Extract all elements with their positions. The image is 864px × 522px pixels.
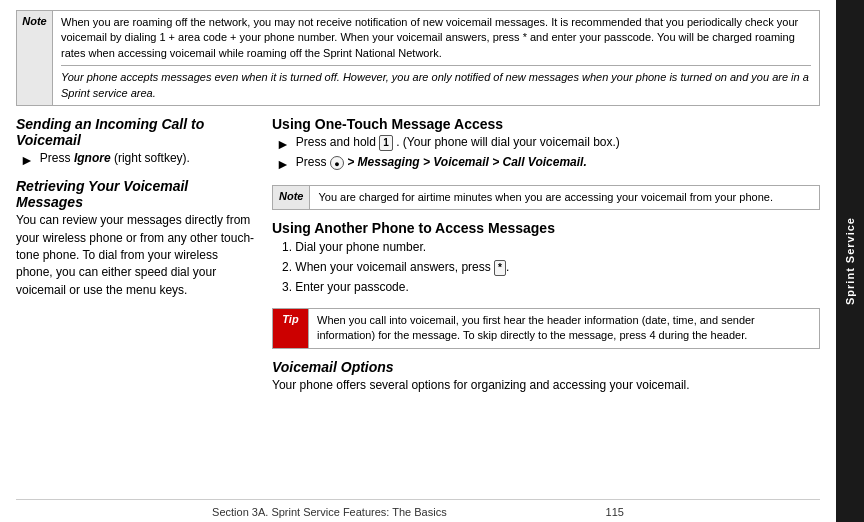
inline-note-box: Note You are charged for airtime minutes… <box>272 185 820 210</box>
right-column: Using One-Touch Message Access ► Press a… <box>272 116 820 499</box>
one-touch-bullet2-text: Press ● > Messaging > Voicemail > Call V… <box>296 154 587 171</box>
main-content: Note When you are roaming off the networ… <box>0 0 836 522</box>
step-2: 2. When your voicemail answers, press *. <box>282 258 820 276</box>
ignore-label: Ignore <box>74 151 111 165</box>
voicemail-options-section: Voicemail Options Your phone offers seve… <box>272 359 820 394</box>
page-number: 115 <box>606 506 624 518</box>
top-note-text2: Your phone accepts messages even when it… <box>61 65 811 101</box>
ignore-bullet: ► Press Ignore (right softkey). <box>20 150 256 170</box>
messaging-path: > Messaging > Voicemail > Call Voicemail… <box>347 155 587 169</box>
key-1-icon: 1 <box>379 135 393 151</box>
two-column-layout: Sending an Incoming Call to Voicemail ► … <box>16 116 820 499</box>
top-note-box: Note When you are roaming off the networ… <box>16 10 820 106</box>
key-star-icon: * <box>494 260 506 276</box>
left-column: Sending an Incoming Call to Voicemail ► … <box>16 116 256 499</box>
inline-note-text: You are charged for airtime minutes when… <box>310 186 781 209</box>
sidebar: Sprint Service <box>836 0 864 522</box>
bullet-arrow-icon: ► <box>20 150 34 170</box>
tip-text: When you call into voicemail, you first … <box>309 309 819 348</box>
top-note-label: Note <box>17 11 53 105</box>
sending-heading: Sending an Incoming Call to Voicemail <box>16 116 256 148</box>
retrieving-body: You can review your messages directly fr… <box>16 212 256 299</box>
one-touch-section: Using One-Touch Message Access ► Press a… <box>272 116 820 175</box>
one-touch-bullet1-text: Press and hold 1 . (Your phone will dial… <box>296 134 620 151</box>
ignore-text: Press Ignore (right softkey). <box>40 150 190 167</box>
top-note-content: When you are roaming off the network, yo… <box>53 11 819 105</box>
one-touch-bullet2: ► Press ● > Messaging > Voicemail > Call… <box>276 154 820 174</box>
inline-note-label: Note <box>273 186 310 209</box>
numbered-list: 1. Dial your phone number. 2. When your … <box>282 238 820 296</box>
another-phone-heading: Using Another Phone to Access Messages <box>272 220 820 236</box>
page-footer: Section 3A. Sprint Service Features: The… <box>16 499 820 522</box>
one-touch-heading: Using One-Touch Message Access <box>272 116 820 132</box>
one-touch-bullet1: ► Press and hold 1 . (Your phone will di… <box>276 134 820 154</box>
sidebar-label: Sprint Service <box>844 217 856 305</box>
retrieving-heading: Retrieving Your Voicemail Messages <box>16 178 256 210</box>
voicemail-options-body: Your phone offers several options for or… <box>272 377 820 394</box>
top-note-text1: When you are roaming off the network, yo… <box>61 16 798 59</box>
bullet-arrow-icon-1: ► <box>276 134 290 154</box>
another-phone-section: Using Another Phone to Access Messages 1… <box>272 220 820 298</box>
tip-box: Tip When you call into voicemail, you fi… <box>272 308 820 349</box>
step-3: 3. Enter your passcode. <box>282 278 820 296</box>
voicemail-options-heading: Voicemail Options <box>272 359 820 375</box>
step-1: 1. Dial your phone number. <box>282 238 820 256</box>
tip-label: Tip <box>273 309 309 348</box>
bullet-arrow-icon-2: ► <box>276 154 290 174</box>
footer-text: Section 3A. Sprint Service Features: The… <box>212 506 447 518</box>
navigation-icon: ● <box>330 156 344 170</box>
